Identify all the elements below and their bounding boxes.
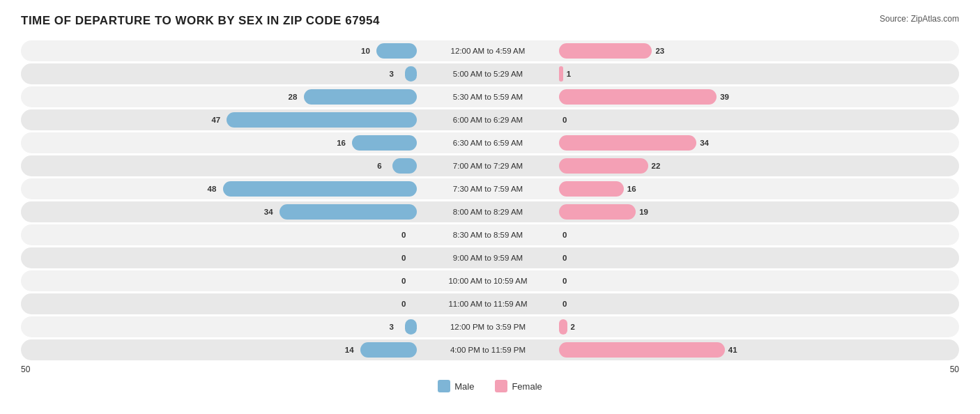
male-value: 0 [401,300,406,308]
female-value: 0 [562,254,567,262]
male-value: 47 [211,116,220,124]
time-range-label: 11:00 AM to 11:59 AM [418,300,558,308]
male-bar [360,342,417,358]
male-legend-label: Male [454,381,474,392]
male-value: 14 [345,346,354,354]
male-value: 34 [264,208,273,216]
header: TIME OF DEPARTURE TO WORK BY SEX IN ZIP … [21,14,959,28]
time-range-label: 10:00 AM to 10:59 AM [418,277,558,285]
male-value: 10 [361,47,370,55]
male-value: 16 [337,139,346,147]
chart-row: 7:00 AM to 7:29 AM622 [21,155,959,176]
male-bar [227,112,417,128]
chart-row: 4:00 PM to 11:59 PM1441 [21,339,959,360]
chart-area: 12:00 AM to 4:59 AM10235:00 AM to 5:29 A… [21,40,959,360]
male-bar [376,43,417,59]
female-bar [559,181,624,197]
male-value: 0 [401,231,406,239]
male-value: 3 [390,323,394,331]
female-value: 19 [639,208,648,216]
female-bar [559,158,648,174]
female-value: 1 [567,70,571,78]
chart-row: 8:00 AM to 8:29 AM3419 [21,201,959,222]
female-value: 2 [571,323,575,331]
female-bar [559,89,717,105]
time-range-label: 7:00 AM to 7:29 AM [418,162,558,170]
male-bar [352,135,417,151]
chart-row: 9:00 AM to 9:59 AM00 [21,247,959,268]
male-value: 28 [289,93,298,101]
male-value: 0 [401,254,406,262]
female-value: 41 [728,346,737,354]
chart-row: 6:00 AM to 6:29 AM470 [21,109,959,130]
female-value: 34 [700,139,709,147]
female-color-box [495,380,507,392]
source-label: Source: ZipAtlas.com [880,14,959,24]
chart-row: 5:00 AM to 5:29 AM31 [21,63,959,84]
chart-row: 12:00 PM to 3:59 PM32 [21,316,959,337]
male-color-box [438,380,450,392]
time-range-label: 5:30 AM to 5:59 AM [418,93,558,101]
time-range-label: 8:00 AM to 8:29 AM [418,208,558,216]
page-container: TIME OF DEPARTURE TO WORK BY SEX IN ZIP … [21,14,959,392]
time-range-label: 4:00 PM to 11:59 PM [418,346,558,354]
time-range-label: 12:00 PM to 3:59 PM [418,323,558,331]
male-bar [223,181,417,197]
axis-labels: 50 50 [21,365,959,374]
legend: Male Female [21,380,959,392]
chart-row: 11:00 AM to 11:59 AM00 [21,293,959,314]
female-value: 22 [652,162,661,170]
chart-row: 12:00 AM to 4:59 AM1023 [21,40,959,61]
female-legend-label: Female [512,381,542,392]
female-bar [559,342,725,358]
chart-row: 7:30 AM to 7:59 AM4816 [21,178,959,199]
female-bar [559,43,652,59]
male-value: 3 [390,70,394,78]
male-value: 6 [377,162,381,170]
chart-title: TIME OF DEPARTURE TO WORK BY SEX IN ZIP … [21,14,380,28]
female-bar [559,66,563,82]
male-bar [280,204,417,220]
female-bar [559,204,636,220]
female-bar [559,135,696,151]
female-value: 0 [562,300,567,308]
female-value: 39 [720,93,729,101]
male-bar [304,89,417,105]
axis-left: 50 [21,365,30,374]
time-range-label: 5:00 AM to 5:29 AM [418,70,558,78]
female-value: 16 [627,185,636,193]
male-bar [392,158,417,174]
chart-row: 8:30 AM to 8:59 AM00 [21,224,959,245]
chart-row: 6:30 AM to 6:59 AM1634 [21,132,959,153]
male-value: 48 [208,185,217,193]
male-bar [405,66,417,82]
legend-female: Female [495,380,542,392]
chart-row: 10:00 AM to 10:59 AM00 [21,270,959,291]
legend-male: Male [438,380,474,392]
female-value: 23 [655,47,664,55]
female-value: 0 [562,277,567,285]
time-range-label: 7:30 AM to 7:59 AM [418,185,558,193]
axis-right: 50 [950,365,959,374]
time-range-label: 6:00 AM to 6:29 AM [418,116,558,124]
female-value: 0 [562,231,567,239]
male-value: 0 [401,277,406,285]
female-value: 0 [562,116,567,124]
time-range-label: 6:30 AM to 6:59 AM [418,139,558,147]
time-range-label: 9:00 AM to 9:59 AM [418,254,558,262]
female-bar [559,319,567,335]
chart-row: 5:30 AM to 5:59 AM2839 [21,86,959,107]
male-bar [405,319,417,335]
time-range-label: 8:30 AM to 8:59 AM [418,231,558,239]
time-range-label: 12:00 AM to 4:59 AM [418,47,558,55]
